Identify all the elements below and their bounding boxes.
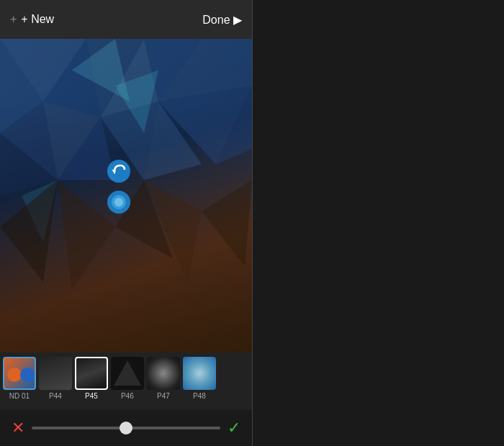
blend-icon-float[interactable] — [106, 189, 132, 215]
left-done-button[interactable]: Done ▶ — [202, 13, 242, 27]
left-filter-p46[interactable]: P46 — [111, 357, 144, 410]
left-filter-p48[interactable]: P48 — [183, 357, 216, 410]
undo-icon-float[interactable] — [106, 158, 132, 184]
left-canvas-area — [0, 39, 252, 352]
left-filter-p44[interactable]: P44 — [39, 357, 72, 410]
left-canvas — [0, 39, 252, 352]
left-new-button[interactable]: + + New — [10, 13, 54, 26]
panel-divider — [252, 0, 253, 446]
left-filter-p47[interactable]: P47 — [147, 357, 180, 410]
svg-point-28 — [114, 198, 123, 206]
svg-point-30 — [20, 368, 35, 382]
left-top-bar: + + New Done ▶ — [0, 0, 252, 39]
plus-icon: + — [10, 13, 17, 26]
left-bottom-toolbar: ND 01 P44 P45 P46 — [0, 352, 252, 446]
left-filter-row: ND 01 P44 P45 P46 — [0, 352, 252, 410]
left-slider-thumb[interactable] — [120, 422, 132, 434]
left-confirm-button[interactable]: ✓ — [228, 419, 240, 437]
left-slider-track[interactable] — [32, 427, 220, 429]
svg-marker-23 — [202, 180, 252, 266]
left-filter-p45[interactable]: P45 — [75, 357, 108, 410]
svg-point-24 — [107, 160, 130, 183]
left-filter-nd01[interactable]: ND 01 — [3, 357, 36, 410]
left-bottom-controls: ✕ ✓ — [0, 410, 252, 446]
left-panel: + + New Done ▶ — [0, 0, 252, 446]
svg-point-29 — [7, 368, 22, 382]
left-done-label: Done ▶ — [202, 13, 242, 27]
svg-marker-31 — [114, 360, 141, 386]
left-new-label: + New — [21, 13, 54, 26]
left-cancel-button[interactable]: ✕ — [12, 419, 24, 437]
